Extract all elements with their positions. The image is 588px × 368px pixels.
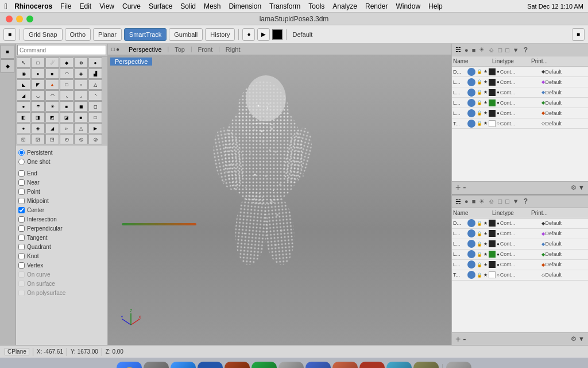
dock-app2[interactable]: ◆ [252, 362, 277, 369]
menu-mesh[interactable]: Mesh [204, 2, 220, 10]
menu-view[interactable]: View [99, 2, 114, 10]
snap-oneshot[interactable]: One shot [18, 157, 105, 166]
panel-toggle-button[interactable]: ■ [572, 28, 585, 41]
menu-dimension[interactable]: Dimension [229, 2, 261, 10]
snap-end-cb[interactable] [18, 170, 25, 177]
add-layer-button[interactable]: + [455, 182, 461, 193]
snap-knot-cb[interactable] [18, 253, 25, 259]
minimize-button[interactable] [16, 16, 23, 22]
tab-right[interactable]: Right [221, 46, 245, 53]
view-tool-6[interactable]: ▟ [88, 68, 102, 79]
snap-tool-1[interactable]: ◱ [17, 134, 30, 144]
tab-front[interactable]: Front [194, 46, 218, 53]
edit-tool-3[interactable]: ◠ [45, 90, 59, 101]
remove-layer-button[interactable]: - [463, 182, 466, 193]
deselect-tool[interactable]: ⊗ [74, 57, 88, 68]
dim-tool-4[interactable]: ▹ [60, 123, 74, 133]
menu-solid[interactable]: Solid [180, 2, 196, 10]
apple-logo[interactable]:  [5, 2, 7, 11]
vp-icon-2[interactable]: ● [116, 46, 119, 52]
snap-perpendicular[interactable]: Perpendicular [18, 224, 105, 233]
layer-row-1[interactable]: L... 🔒 ★ ● Cont... ◆ Default [452, 77, 588, 87]
layer2-settings-button[interactable]: ⚙ ▼ [571, 335, 585, 343]
tab-top[interactable]: Top [170, 46, 189, 53]
dock-safari[interactable]: ✖ [171, 362, 196, 369]
dock-app6[interactable]: ■ [359, 362, 385, 369]
edit-tool-6[interactable]: ◝ [88, 90, 102, 101]
select-options-tool[interactable]: ● [88, 57, 102, 68]
window-controls[interactable] [6, 16, 33, 22]
panel-tb-obj-icon[interactable]: ● [463, 47, 470, 53]
panel-tb2-obj-icon[interactable]: ● [463, 198, 470, 205]
gumball-button[interactable]: Gumball [169, 28, 203, 41]
snap-perp-cb[interactable] [18, 225, 25, 232]
view-tool-2[interactable]: ● [31, 68, 45, 79]
left-strip-btn-2[interactable]: ◆ [1, 59, 14, 73]
snap-midpoint[interactable]: Midpoint [18, 196, 105, 205]
snap-tool-2[interactable]: ◲ [31, 134, 45, 144]
edit-tool-1[interactable]: ◢ [17, 90, 30, 101]
view-tool-3[interactable]: ■ [45, 68, 59, 79]
dim-tool-6[interactable]: ▶ [88, 123, 102, 133]
command-input[interactable] [17, 45, 106, 55]
mesh-tool-5[interactable]: ■ [74, 112, 88, 122]
dock-trash[interactable]: 🗑 [446, 362, 471, 369]
draw-tool-3[interactable]: ▲ [45, 79, 59, 90]
mesh-tool-6[interactable]: □ [88, 112, 102, 122]
layer-row2-0[interactable]: D... 🔒 ★ ● Cont... ◆ Default [452, 218, 588, 229]
snap-near-cb[interactable] [18, 179, 25, 186]
panel-tb2-render-icon[interactable]: ☀ [478, 198, 486, 205]
panel-tb-render-icon[interactable]: ☀ [478, 46, 486, 53]
draw-tool-2[interactable]: ◤ [31, 79, 45, 90]
layer-row-0[interactable]: D... 🔒 ★ ● Cont... ◆ Default [452, 67, 588, 77]
dim-tool-3[interactable]: ◢ [45, 123, 59, 133]
menu-file[interactable]: File [60, 2, 71, 10]
surf-tool-3[interactable]: ☀ [45, 101, 59, 112]
panel-tb2-material-icon[interactable]: ■ [471, 198, 477, 205]
select-tool[interactable]: ↖ [17, 57, 30, 68]
draw-tool-1[interactable]: ◣ [17, 79, 30, 90]
snap-intersection[interactable]: Intersection [18, 214, 105, 224]
grid-snap-button[interactable]: Grid Snap [24, 28, 63, 41]
dim-tool-2[interactable]: ◈ [31, 123, 45, 133]
menu-help[interactable]: Help [428, 2, 443, 10]
panel-tb-disp-icon[interactable]: □ [497, 47, 504, 53]
select-window-tool[interactable]: □ [31, 57, 45, 68]
snap-vertex-cb[interactable] [18, 262, 25, 269]
dock-launchpad[interactable]: ◊ [144, 362, 169, 369]
menu-transform[interactable]: Transform [269, 2, 300, 10]
layer-row2-4[interactable]: L... 🔒 ★ ● Cont... ◆ Default [452, 260, 588, 270]
dock-mail[interactable]: ✉ [198, 362, 223, 369]
snap-tool-6[interactable]: ◶ [88, 134, 102, 144]
close-button[interactable] [6, 16, 13, 22]
dock-app5[interactable]: ▶ [332, 362, 358, 369]
snap-vertex[interactable]: Vertex [18, 260, 105, 270]
sidebar-toggle-button[interactable]: ■ [3, 28, 16, 41]
dim-tool-1[interactable]: ● [17, 123, 30, 133]
view-tool-5[interactable]: ◈ [74, 68, 88, 79]
smarttrack-button[interactable]: SmartTrack [124, 28, 167, 41]
remove-layer2-button[interactable]: - [463, 334, 466, 344]
left-strip-btn-1[interactable]: ■ [1, 45, 14, 59]
snap-center[interactable]: Center [18, 205, 105, 214]
menu-render[interactable]: Render [365, 2, 388, 10]
layer-row2-3[interactable]: L... 🔒 ★ ● Cont... ◆ Default [452, 250, 588, 260]
menu-tools[interactable]: Tools [308, 2, 324, 10]
dock-app8[interactable]: ◼ [413, 362, 439, 369]
panel-tb2-layers-icon[interactable]: ☵ [454, 198, 462, 205]
snap-midpoint-cb[interactable] [18, 198, 25, 204]
snap-persistent[interactable]: Persistent [18, 148, 105, 157]
surf-tool-2[interactable]: ☂ [31, 101, 45, 112]
viewport[interactable]: Perspective [108, 55, 451, 345]
history-button[interactable]: History [205, 28, 235, 41]
mesh-tool-4[interactable]: ◪ [60, 112, 74, 122]
snap-knot[interactable]: Knot [18, 251, 105, 260]
surf-tool-5[interactable]: ◼ [74, 101, 88, 112]
layer-row2-2[interactable]: L... 🔒 ★ ● Cont... ◆ Default [452, 239, 588, 250]
dock-app1[interactable]: A [225, 362, 250, 369]
color-swatch[interactable] [272, 29, 283, 40]
dock-app3[interactable]: R [278, 362, 304, 369]
snap-near[interactable]: Near [18, 178, 105, 187]
panel-tb-layers-icon[interactable]: ☵ [454, 46, 462, 53]
vp-icon-1[interactable]: □ [111, 46, 115, 52]
